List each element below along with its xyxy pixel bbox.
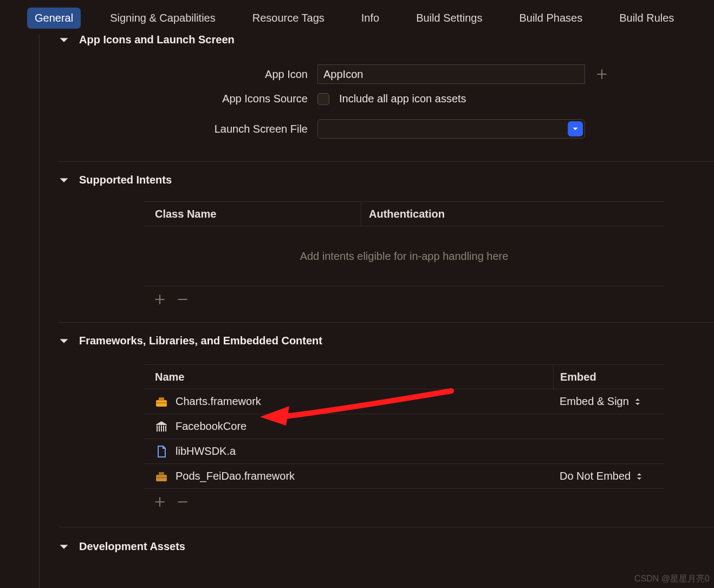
chevron-down-icon	[59, 336, 69, 347]
tab-info[interactable]: Info	[354, 8, 387, 29]
framework-name: libHWSDK.a	[176, 445, 236, 458]
chevron-down-icon[interactable]	[568, 121, 583, 136]
frameworks-actions	[144, 489, 664, 515]
tab-build-settings[interactable]: Build Settings	[408, 8, 490, 29]
tab-signing[interactable]: Signing & Capabilities	[102, 8, 223, 29]
app-icon-input[interactable]	[317, 64, 585, 84]
section-title: Frameworks, Libraries, and Embedded Cont…	[79, 335, 322, 347]
tab-build-phases[interactable]: Build Phases	[511, 8, 590, 29]
include-all-label: Include all app icon assets	[339, 93, 466, 105]
intents-actions	[144, 286, 664, 312]
section-title: App Icons and Launch Screen	[79, 34, 235, 46]
include-all-checkbox[interactable]	[317, 93, 329, 105]
row-app-icons-source: App Icons Source Include all app icon as…	[59, 88, 714, 109]
launch-screen-label: Launch Screen File	[59, 123, 308, 135]
embed-value[interactable]: Embed & Sign	[560, 395, 629, 408]
tab-general[interactable]: General	[27, 8, 81, 29]
chevron-down-icon	[59, 175, 69, 186]
column-name[interactable]: Name	[144, 371, 553, 383]
updown-icon[interactable]	[635, 472, 644, 481]
toolbox-icon	[155, 470, 168, 483]
toolbox-icon	[155, 395, 168, 408]
section-title: Supported Intents	[79, 174, 172, 186]
intents-table-header: Class Name Authentication	[144, 201, 664, 226]
tab-bar: General Signing & Capabilities Resource …	[0, 8, 714, 29]
frameworks-table-header: Name Embed	[144, 364, 664, 389]
section-header-intents[interactable]: Supported Intents	[59, 174, 714, 186]
frameworks-table: Name Embed Charts.framework Embed & Sign…	[144, 364, 664, 515]
framework-row[interactable]: FacebookCore	[144, 414, 664, 439]
framework-row[interactable]: Pods_FeiDao.framework Do Not Embed	[144, 464, 664, 489]
svg-rect-5	[156, 477, 167, 478]
content-area: App Icons and Launch Screen App Icon App…	[59, 35, 714, 588]
updown-icon[interactable]	[633, 397, 642, 406]
framework-name: Pods_FeiDao.framework	[176, 470, 295, 482]
chevron-down-icon	[59, 541, 69, 552]
tab-build-rules[interactable]: Build Rules	[612, 8, 681, 29]
app-icons-source-label: App Icons Source	[59, 93, 308, 105]
framework-name: Charts.framework	[176, 395, 261, 408]
section-header-dev-assets[interactable]: Development Assets	[59, 540, 714, 553]
column-authentication[interactable]: Authentication	[361, 202, 664, 226]
file-icon	[155, 445, 168, 458]
minus-icon[interactable]	[176, 292, 190, 306]
plus-icon[interactable]	[153, 495, 167, 509]
sidebar-divider	[39, 35, 40, 588]
svg-rect-4	[159, 472, 164, 475]
framework-row[interactable]: Charts.framework Embed & Sign	[144, 389, 664, 414]
watermark: CSDN @星星月亮0	[634, 573, 710, 585]
column-class-name[interactable]: Class Name	[144, 208, 361, 220]
section-header-frameworks[interactable]: Frameworks, Libraries, and Embedded Cont…	[59, 335, 714, 347]
svg-rect-2	[156, 402, 167, 403]
chevron-down-icon	[59, 35, 69, 45]
section-header-app-icons[interactable]: App Icons and Launch Screen	[59, 34, 714, 46]
svg-rect-1	[159, 397, 164, 401]
embed-value[interactable]: Do Not Embed	[560, 470, 631, 482]
intents-table: Class Name Authentication Add intents el…	[144, 201, 664, 312]
plus-icon[interactable]	[595, 67, 609, 81]
framework-row[interactable]: libHWSDK.a	[144, 439, 664, 464]
minus-icon[interactable]	[176, 495, 190, 509]
plus-icon[interactable]	[153, 292, 167, 306]
column-embed[interactable]: Embed	[553, 365, 664, 389]
row-launch-screen: Launch Screen File	[59, 115, 714, 143]
app-icon-label: App Icon	[59, 68, 308, 81]
launch-screen-combo[interactable]	[317, 119, 585, 139]
library-icon	[155, 420, 168, 433]
framework-name: FacebookCore	[176, 420, 246, 433]
row-app-icon: App Icon	[59, 60, 714, 88]
tab-resource-tags[interactable]: Resource Tags	[245, 8, 332, 29]
intents-placeholder: Add intents eligible for in-app handling…	[144, 226, 664, 286]
section-title: Development Assets	[79, 540, 185, 553]
